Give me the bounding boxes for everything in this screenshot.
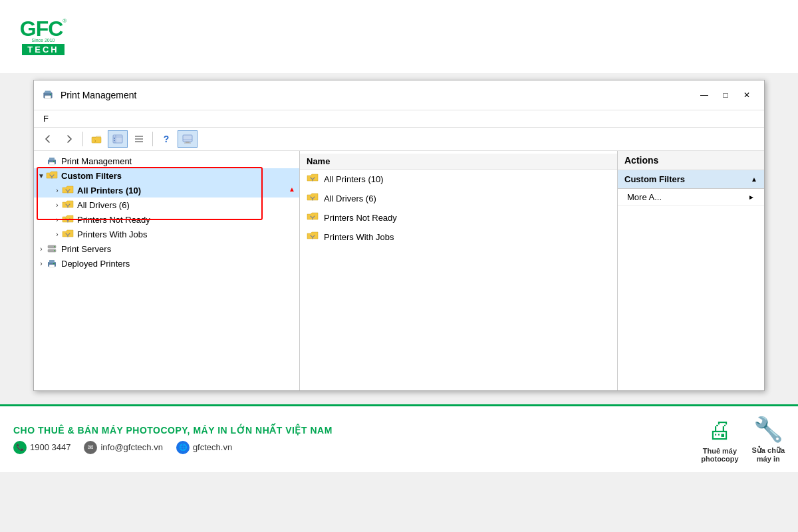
close-button[interactable]: ✕ (737, 86, 756, 104)
custom-filters-action-section[interactable]: Custom Filters ▲ (618, 170, 764, 189)
footer-website: 🌐 gfctech.vn (176, 441, 232, 454)
middle-item-printers-with-jobs[interactable]: Printers With Jobs (300, 227, 617, 247)
tree-custom-filters-label: Custom Filters (61, 171, 295, 181)
tree-printers-with-jobs-label: Printers With Jobs (77, 229, 295, 239)
filter-folder-icon (46, 170, 58, 181)
svg-point-34 (53, 263, 55, 265)
actions-pane: Actions Custom Filters ▲ More A... ► (618, 151, 764, 390)
tree-item-printers-not-ready[interactable]: › Printers Not Ready (34, 212, 299, 227)
svg-rect-10 (114, 142, 115, 142)
tree-arrow-pwj: › (53, 231, 62, 238)
svg-rect-19 (49, 158, 55, 160)
window-title: Print Management (61, 90, 695, 100)
repair-icon: 🔧 (753, 416, 783, 444)
middle-printers-with-jobs-label: Printers With Jobs (324, 232, 394, 242)
toolbar-separator-1 (82, 132, 83, 146)
tree-item-print-servers[interactable]: › Print Servers (34, 241, 299, 256)
more-actions-item[interactable]: More A... ► (618, 189, 764, 206)
email-icon: ✉ (84, 441, 97, 454)
logo-since: Since 2010 (31, 38, 55, 43)
tree-all-printers-label: All Printers (10) (77, 186, 289, 196)
photocopy-label: Thuê máyphotocopy (701, 447, 738, 463)
footer-email: ✉ info@gfctech.vn (84, 441, 162, 454)
repair-label: Sửa chữamáy in (752, 446, 785, 463)
open-folder-button[interactable] (86, 130, 106, 148)
name-header-label: Name (307, 156, 330, 166)
custom-filters-action-arrow: ▲ (751, 176, 757, 183)
footer-phone: 📞 1900 3447 (13, 441, 70, 454)
toolbar-separator-2 (152, 132, 153, 146)
content-area: Print Management ▼ Custom Filters (34, 151, 764, 390)
svg-rect-9 (114, 140, 115, 141)
middle-item-all-drivers[interactable]: All Drivers (6) (300, 189, 617, 208)
logo-tech: TECH (22, 44, 64, 55)
svg-point-3 (50, 94, 51, 95)
tree-item-custom-filters[interactable]: ▼ Custom Filters (34, 168, 299, 183)
list-button[interactable] (129, 130, 149, 148)
server-icon (46, 243, 58, 254)
middle-all-printers-label: All Printers (10) (324, 174, 384, 184)
tree-pane: Print Management ▼ Custom Filters (34, 151, 300, 390)
tree-label: Print Management (61, 156, 295, 166)
tree-arrow-print-servers: › (37, 245, 46, 253)
back-button[interactable] (38, 130, 58, 148)
filter-folder-icon-mid-ad (307, 192, 319, 205)
repair-service: 🔧 Sửa chữamáy in (752, 416, 785, 463)
svg-rect-33 (49, 265, 55, 267)
middle-item-all-printers[interactable]: All Printers (10) (300, 170, 617, 189)
forward-button[interactable] (59, 130, 79, 148)
minimize-button[interactable]: — (695, 86, 714, 104)
title-bar-icon (42, 88, 55, 102)
screen-button[interactable] (178, 130, 198, 148)
filter-folder-icon-pwj (62, 229, 74, 239)
middle-printers-not-ready-label: Printers Not Ready (324, 213, 397, 223)
photocopy-icon: 🖨 (708, 416, 732, 444)
filter-folder-icon-mid-pnr (307, 211, 319, 224)
file-menu[interactable]: F (39, 112, 53, 125)
filter-folder-icon-all-printers (62, 185, 74, 196)
svg-rect-4 (92, 137, 101, 143)
svg-point-21 (53, 161, 55, 162)
svg-rect-20 (49, 162, 55, 165)
svg-rect-1 (45, 91, 51, 94)
brand-header: GFC ® Since 2010 TECH (0, 0, 798, 73)
help-button[interactable]: ? (156, 130, 176, 148)
tree-item-deployed-printers[interactable]: › Deployed Printers (34, 256, 299, 271)
print-management-window: Print Management — □ ✕ F (33, 80, 765, 391)
middle-pane: Name All Printers (10) (300, 151, 618, 390)
tree-deployed-printers-label: Deployed Printers (61, 259, 295, 269)
menu-bar: F (34, 110, 764, 128)
globe-icon: 🌐 (176, 441, 190, 454)
tree-item-all-drivers[interactable]: › All Drivers (6) (34, 198, 299, 212)
footer-main-text: CHO THUÊ & BÁN MÁY PHOTOCOPY, MÁY IN LỚN… (13, 425, 681, 436)
more-actions-label: More A... (627, 192, 662, 202)
tree-arrow-all-printers: › (53, 187, 62, 194)
cursor-indicator: ▲ (289, 186, 295, 193)
middle-item-printers-not-ready[interactable]: Printers Not Ready (300, 208, 617, 227)
svg-rect-14 (183, 135, 192, 142)
tree-arrow-all-drivers: › (53, 201, 62, 209)
actions-header: Actions (618, 151, 764, 170)
more-actions-arrow: ► (748, 194, 755, 201)
middle-all-drivers-label: All Drivers (6) (324, 194, 376, 203)
filter-folder-icon-mid-ap (307, 173, 319, 186)
main-content: Print Management — □ ✕ F (0, 73, 798, 398)
custom-filters-action-label: Custom Filters (624, 174, 685, 184)
svg-rect-32 (49, 260, 55, 263)
window-controls: — □ ✕ (695, 86, 756, 104)
logo-gfc: GFC (20, 18, 63, 39)
tree-item-all-printers[interactable]: › All Printers (10) ▲ (34, 183, 299, 198)
tree-arrow-pnr: › (53, 216, 62, 223)
detail-view-button[interactable] (108, 130, 128, 148)
toolbar: ? (34, 128, 764, 151)
filter-folder-icon-pnr (62, 214, 74, 225)
tree-arrow-custom-filters: ▼ (37, 172, 46, 180)
filter-folder-icon-mid-pwj (307, 231, 319, 243)
maximize-button[interactable]: □ (716, 86, 735, 104)
phone-icon: 📞 (13, 441, 27, 454)
phone-value: 1900 3447 (30, 442, 70, 452)
logo: GFC ® Since 2010 TECH (13, 10, 73, 63)
tree-item-printers-with-jobs[interactable]: › Printers With Jobs (34, 227, 299, 241)
svg-point-29 (54, 246, 55, 247)
tree-item-print-management[interactable]: Print Management (34, 154, 299, 168)
